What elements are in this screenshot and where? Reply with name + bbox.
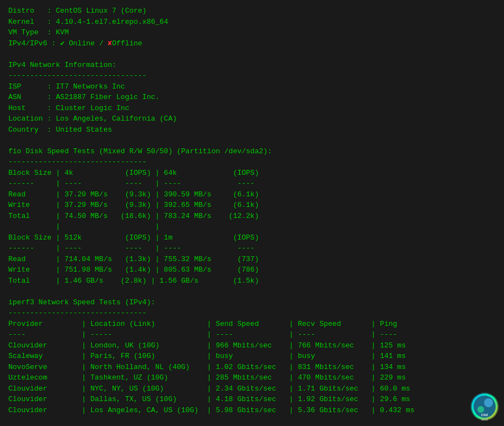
fio-header: fio Disk Speed Tests (Mixed R/W 50/50) (… — [8, 146, 496, 157]
location-line: Location : Los Angeles, California (CA) — [8, 113, 496, 124]
iperf-row-7: Clouvider | Los Angeles, CA, US (10G) | … — [8, 405, 496, 416]
divider1: -------------------------------- — [8, 70, 496, 81]
asn-line: ASN : AS21887 Fiber Logic Inc. — [8, 92, 496, 103]
total2-line: Total | 1.46 GB/s (2.8k) | 1.56 GB/s (1.… — [8, 276, 496, 287]
terminal: Distro : CentOS Linux 7 (Core) Kernel : … — [8, 6, 496, 415]
iperf-row-5: Clouvider | NYC, NY, US (10G) | 2.34 Gbi… — [8, 383, 496, 394]
read2-line: Read | 714.04 MB/s (1.3k) | 755.32 MB/s … — [8, 254, 496, 265]
iperf-header: iperf3 Network Speed Tests (IPv4): — [8, 297, 496, 308]
write2-line: Write | 751.98 MB/s (1.4k) | 805.63 MB/s… — [8, 264, 496, 276]
host-line: Host : Cluster Logic Inc — [8, 103, 496, 114]
divider2: -------------------------------- — [8, 157, 496, 168]
iperf-cols: Provider | Location (Link) | Send Speed … — [8, 319, 496, 330]
online-text: Online — [69, 39, 95, 48]
divider3: -------------------------------- — [8, 308, 496, 319]
iperf-row-4: Uztelecom | Tashkent, UZ (10G) | 285 Mbi… — [8, 372, 496, 383]
blocksize1-line: Block Size | 4k (IOPS) | 64k (IOPS) — [8, 168, 496, 179]
dashes2-line: ------ | ---- ---- | ---- ---- — [8, 243, 496, 254]
distro-value: : CentOS Linux 7 (Core) — [47, 7, 146, 15]
check-icon: ✔ — [60, 39, 65, 48]
svg-text:搬运网: 搬运网 — [481, 418, 488, 420]
svg-point-3 — [477, 406, 484, 413]
vmtype-value: : KVM — [47, 28, 69, 37]
kernel-line: Kernel : 4.10.4-1.el7.elrepo.x86_64 — [8, 17, 496, 28]
vmtype-line: VM Type : KVM — [8, 27, 496, 38]
blocksize2-line: Block Size | 512k (IOPS) | 1m (IOPS) — [8, 232, 496, 243]
watermark-logo: CDZ 搬运网 — [471, 393, 498, 420]
offline-text: Offline — [112, 39, 142, 48]
ipv46-line: IPv4/IPv6 : ✔ Online / ✘Offline — [8, 38, 496, 49]
vmtype-label: VM Type — [8, 28, 47, 37]
total1-line: Total | 74.50 MB/s (18.6k) | 783.24 MB/s… — [8, 211, 496, 222]
iperf-row-3: NovoServe | North Holland, NL (40G) | 1.… — [8, 362, 496, 373]
svg-text:CDZ: CDZ — [481, 413, 488, 417]
kernel-value: : 4.10.4-1.el7.elrepo.x86_64 — [47, 18, 168, 26]
distro-line: Distro : CentOS Linux 7 (Core) — [8, 6, 496, 17]
isp-line: ISP : IT7 Networks Inc — [8, 81, 496, 92]
iperf-dashes: ---- | ----- | ---- | ---- | ---- — [8, 329, 496, 340]
iperf-row-2: Scaleway | Paris, FR (10G) | busy | busy… — [8, 351, 496, 362]
write1-line: Write | 37.29 MB/s (9.3k) | 392.65 MB/s … — [8, 200, 496, 211]
blank3-line: | | — [8, 221, 496, 232]
dashes1-line: ------ | ---- ---- | ---- ---- — [8, 178, 496, 189]
blank1 — [8, 49, 496, 60]
read1-line: Read | 37.20 MB/s (9.3k) | 390.59 MB/s (… — [8, 189, 496, 200]
iperf-row-1: Clouvider | London, UK (10G) | 966 Mbits… — [8, 340, 496, 351]
blank2 — [8, 135, 496, 146]
kernel-label: Kernel — [8, 18, 47, 26]
svg-point-2 — [484, 398, 493, 407]
blank4 — [8, 286, 496, 297]
ipv4-header: IPv4 Network Information: — [8, 60, 496, 71]
iperf-row-6: Clouvider | Dallas, TX, US (10G) | 4.18 … — [8, 394, 496, 405]
country-line: Country : United States — [8, 124, 496, 136]
distro-label: Distro — [8, 7, 47, 15]
